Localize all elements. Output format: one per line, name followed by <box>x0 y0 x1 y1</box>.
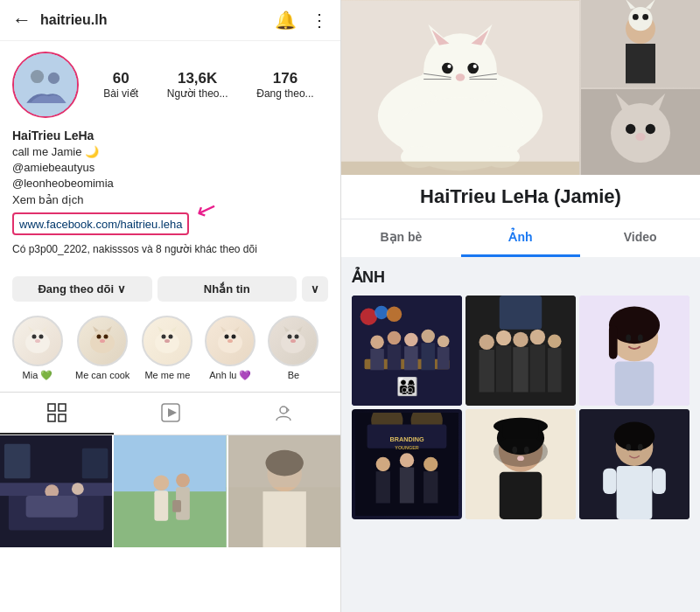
ig-tab-bar <box>0 392 340 435</box>
highlight-item[interactable]: Be <box>268 316 318 381</box>
highlight-item[interactable]: Me me me <box>142 316 192 381</box>
svg-point-56 <box>154 475 170 490</box>
svg-rect-167 <box>603 469 617 494</box>
svg-point-22 <box>169 334 173 338</box>
avatar[interactable] <box>12 52 79 118</box>
back-button[interactable]: ← <box>12 9 32 31</box>
svg-point-135 <box>626 335 631 342</box>
tab-friends[interactable]: Bạn bè <box>341 219 461 257</box>
svg-point-2 <box>48 73 60 84</box>
svg-point-164 <box>626 444 631 451</box>
followers-stat[interactable]: 13,6K Người theo... <box>167 70 228 100</box>
svg-rect-40 <box>48 414 55 421</box>
fb-photo-item[interactable]: BRANDING YOUNGER <box>352 409 462 519</box>
svg-rect-60 <box>172 500 181 512</box>
grid-photo-1[interactable] <box>0 435 112 547</box>
ig-profile-section: 60 Bài viết 13,6K Người theo... 176 Đang… <box>0 41 340 269</box>
following-stat[interactable]: 176 Đang theo... <box>256 70 313 100</box>
fb-photo-item[interactable] <box>579 409 690 519</box>
svg-point-14 <box>97 334 102 338</box>
svg-point-143 <box>424 457 438 471</box>
svg-point-163 <box>614 422 655 451</box>
fb-cover-side-photos <box>581 0 700 175</box>
svg-text:YOUNGER: YOUNGER <box>395 445 419 450</box>
highlight-item[interactable]: Anh lu 💜 <box>205 316 256 381</box>
highlight-label: Be <box>288 370 299 380</box>
highlight-circle <box>77 316 128 366</box>
fb-photo-item[interactable] <box>579 296 690 406</box>
tab-reels[interactable] <box>114 393 228 435</box>
fb-photo-item[interactable] <box>352 296 462 406</box>
svg-point-91 <box>628 7 652 31</box>
svg-point-9 <box>35 339 40 343</box>
following-button[interactable]: Đang theo dõi ∨ <box>12 276 152 302</box>
svg-rect-51 <box>4 444 31 478</box>
bio-line3[interactable]: @leonheobeomimia <box>12 176 328 191</box>
highlight-cat-icon <box>144 317 191 365</box>
highlight-circle <box>268 316 318 366</box>
message-button[interactable]: Nhắn tin <box>158 276 298 302</box>
svg-point-16 <box>100 339 105 343</box>
svg-rect-116 <box>421 343 435 370</box>
grid-photo-3[interactable] <box>228 435 340 547</box>
svg-point-141 <box>376 457 390 471</box>
svg-point-77 <box>447 65 451 68</box>
svg-point-0 <box>14 53 77 116</box>
ig-username: haitrieu.lh <box>40 12 107 28</box>
svg-point-37 <box>290 339 296 343</box>
svg-rect-113 <box>370 349 384 370</box>
highlight-item[interactable]: Mia 💚 <box>12 316 63 381</box>
svg-point-105 <box>360 309 377 325</box>
tab-grid[interactable] <box>0 393 114 435</box>
highlight-circle <box>205 316 256 366</box>
posts-stat[interactable]: 60 Bài viết <box>103 70 138 100</box>
followers-count: 13,6K <box>178 70 217 87</box>
svg-point-29 <box>232 334 236 338</box>
instagram-panel: ← haitrieu.lh 🔔 ⋮ <box>0 0 341 612</box>
website-link[interactable]: www.facebook.com/haitrieu.leha <box>19 218 182 231</box>
bio-translate[interactable]: Xem bản dịch <box>12 192 328 208</box>
fb-profile-header: HaiTrieu LeHa (Jamie) Bạn bè Ảnh Video <box>341 0 700 257</box>
highlight-cat-icon <box>79 317 126 365</box>
svg-point-122 <box>530 330 545 344</box>
svg-point-18 <box>159 330 175 345</box>
highlight-item[interactable]: Me can cook <box>75 316 130 381</box>
svg-point-102 <box>635 133 645 141</box>
highlight-circle <box>12 316 63 366</box>
ig-profile-top: 60 Bài viết 13,6K Người theo... 176 Đang… <box>12 52 328 118</box>
svg-rect-159 <box>503 422 539 439</box>
menu-icon[interactable]: ⋮ <box>311 10 328 31</box>
following-label: Đang theo... <box>256 87 313 100</box>
tab-photos[interactable]: Ảnh <box>461 219 581 257</box>
fb-cover-main-photo <box>341 0 579 175</box>
posts-count: 60 <box>113 70 130 87</box>
bio-line2[interactable]: @amiebeautyus <box>12 160 328 176</box>
svg-point-155 <box>512 447 517 454</box>
ig-header: ← haitrieu.lh 🔔 ⋮ <box>0 0 340 41</box>
tab-tagged[interactable] <box>227 393 340 435</box>
dropdown-button[interactable]: ∨ <box>302 276 328 302</box>
svg-rect-64 <box>262 491 305 547</box>
fb-photo-item[interactable] <box>466 296 576 406</box>
svg-point-165 <box>638 444 643 451</box>
svg-point-11 <box>94 330 110 345</box>
grid-photo-2[interactable] <box>114 435 226 547</box>
svg-rect-124 <box>480 350 494 392</box>
tab-videos[interactable]: Video <box>580 219 700 257</box>
svg-rect-49 <box>26 496 78 518</box>
notification-icon[interactable]: 🔔 <box>275 10 297 31</box>
svg-point-8 <box>39 334 44 338</box>
svg-point-123 <box>548 335 562 349</box>
svg-point-58 <box>176 473 190 487</box>
fb-cover-photo <box>341 0 700 175</box>
fb-cover-side-top-photo <box>581 0 700 87</box>
svg-rect-125 <box>496 345 511 392</box>
ig-photo-grid <box>0 435 340 612</box>
ig-header-left: ← haitrieu.lh <box>12 9 107 31</box>
svg-rect-144 <box>376 471 390 503</box>
fb-photo-item[interactable] <box>466 409 576 519</box>
highlight-circle <box>142 316 192 366</box>
following-count: 176 <box>273 70 298 87</box>
ig-bio: HaiTrieu LeHa call me Jamie 🌙 @amiebeaut… <box>12 129 328 255</box>
avatar-image <box>14 53 77 116</box>
